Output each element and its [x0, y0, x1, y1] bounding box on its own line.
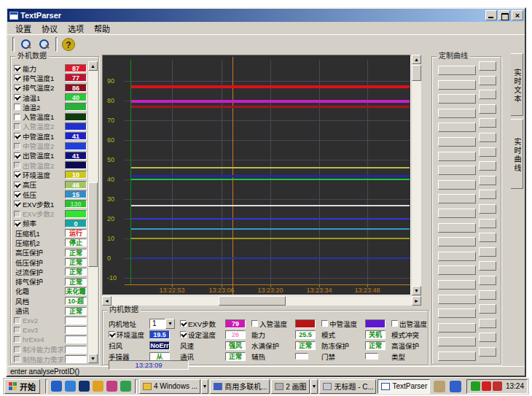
curve-select[interactable] — [438, 152, 476, 161]
curve-channel-select[interactable] — [479, 204, 496, 214]
task-button-2[interactable]: 商用多联机... — [210, 379, 270, 394]
curve-channel-select[interactable] — [479, 233, 496, 242]
checkbox[interactable] — [321, 320, 328, 327]
curve-select[interactable] — [438, 166, 476, 175]
close-button[interactable]: × — [512, 10, 523, 20]
curve-select[interactable] — [438, 123, 476, 132]
curve-select[interactable] — [438, 180, 476, 190]
curve-channel-select[interactable] — [479, 319, 496, 328]
zoom-out-button[interactable] — [35, 36, 52, 53]
scroll-up-icon[interactable]: ▲ — [412, 55, 421, 64]
scroll-up-icon[interactable]: ▲ — [88, 61, 98, 71]
curve-channel-select[interactable] — [479, 118, 496, 128]
maximize-button[interactable] — [498, 10, 510, 20]
task-group-chevron-icon[interactable]: ▼ — [201, 379, 209, 394]
scroll-down-icon[interactable]: ▼ — [88, 354, 98, 363]
curve-select[interactable] — [438, 109, 476, 118]
taskbar-icon-2[interactable] — [450, 381, 461, 392]
curve-select[interactable] — [438, 80, 476, 90]
quicklaunch-icon-5[interactable] — [106, 381, 117, 392]
chevron-down-icon[interactable]: ▼ — [165, 319, 175, 329]
checkbox[interactable] — [14, 327, 20, 333]
task-button-3[interactable]: 2 画图 — [271, 379, 309, 394]
scroll-right-icon[interactable]: ► — [412, 296, 421, 306]
tray-icon-1[interactable] — [471, 381, 480, 391]
curve-select[interactable] — [438, 209, 476, 218]
scrollbar-thumb[interactable] — [412, 65, 421, 81]
titlebar[interactable]: TextParser × — [7, 9, 525, 22]
checkbox[interactable] — [180, 331, 187, 338]
checkbox[interactable] — [14, 220, 20, 227]
curve-channel-select[interactable] — [479, 176, 496, 185]
curve-select[interactable] — [438, 252, 476, 261]
curve-channel-select[interactable] — [479, 333, 496, 342]
curve-channel-select[interactable] — [479, 161, 496, 171]
checkbox[interactable] — [251, 320, 258, 327]
curve-channel-select[interactable] — [479, 290, 496, 300]
menu-item-4[interactable]: 帮助 — [89, 22, 115, 35]
checkbox[interactable] — [14, 94, 20, 101]
curve-select[interactable] — [438, 137, 476, 147]
checkbox[interactable] — [14, 133, 20, 139]
tray-icon-3[interactable] — [493, 381, 502, 391]
task-group-chevron-icon[interactable]: ▼ — [310, 379, 318, 394]
checkbox[interactable] — [109, 331, 115, 338]
curve-select[interactable] — [438, 337, 476, 346]
curve-select[interactable] — [438, 308, 476, 318]
curve-channel-select[interactable] — [479, 219, 496, 228]
curve-select[interactable] — [438, 94, 476, 104]
curve-channel-select[interactable] — [479, 190, 496, 199]
curve-channel-select[interactable] — [479, 76, 496, 85]
curve-select[interactable] — [438, 280, 476, 290]
task-button-1[interactable]: 4 Windows ... — [139, 379, 200, 394]
minimize-button[interactable] — [485, 10, 497, 20]
outdoor-scrollbar[interactable]: ▲ ▼ — [88, 61, 98, 363]
curve-select[interactable] — [438, 352, 476, 361]
menu-item-2[interactable]: 协议 — [36, 22, 63, 35]
checkbox[interactable] — [14, 356, 20, 362]
curve-select[interactable] — [438, 194, 476, 203]
scrollbar-thumb[interactable] — [88, 182, 98, 267]
taskbar-icon-1[interactable] — [434, 381, 445, 392]
curve-channel-select[interactable] — [479, 61, 496, 71]
checkbox[interactable] — [14, 65, 20, 71]
curve-channel-select[interactable] — [479, 276, 496, 285]
checkbox[interactable] — [14, 74, 20, 81]
curve-channel-select[interactable] — [479, 90, 496, 99]
tray-icon-2[interactable] — [482, 381, 491, 391]
checkbox[interactable] — [14, 104, 20, 110]
scrollbar-thumb[interactable] — [219, 296, 286, 306]
checkbox[interactable] — [14, 162, 20, 168]
quicklaunch-icon-3[interactable] — [79, 381, 90, 392]
scroll-left-icon[interactable]: ◄ — [102, 296, 112, 306]
quicklaunch-icon-6[interactable] — [120, 381, 131, 392]
task-button-4[interactable]: 无标题 - C... — [319, 379, 376, 394]
task-button-5[interactable]: TextParser — [378, 379, 430, 394]
curve-channel-select[interactable] — [479, 304, 496, 314]
indoor-address-dropdown[interactable]: 1▼ — [149, 319, 175, 329]
curve-select[interactable] — [438, 223, 476, 233]
curve-channel-select[interactable] — [479, 347, 496, 357]
menu-item-1[interactable]: 设置 — [10, 22, 36, 35]
curve-select[interactable] — [438, 265, 476, 275]
checkbox[interactable] — [14, 143, 20, 150]
checkbox[interactable] — [14, 123, 20, 130]
quicklaunch-icon-2[interactable] — [65, 381, 76, 392]
checkbox[interactable] — [391, 320, 398, 327]
checkbox[interactable] — [14, 201, 20, 207]
checkbox[interactable] — [14, 182, 20, 188]
curve-channel-select[interactable] — [479, 104, 496, 114]
curve-select[interactable] — [438, 66, 476, 75]
menu-item-3[interactable]: 选项 — [63, 22, 89, 35]
curve-channel-select[interactable] — [479, 261, 496, 271]
checkbox[interactable] — [14, 171, 20, 178]
checkbox[interactable] — [14, 346, 20, 353]
side-tab-2[interactable]: 实时曲线 — [511, 119, 523, 189]
chart-hscrollbar[interactable]: ◄ ► — [102, 296, 421, 306]
checkbox[interactable] — [14, 191, 20, 198]
checkbox[interactable] — [14, 152, 20, 159]
chart-vscrollbar[interactable]: ▲ ▼ — [412, 55, 421, 295]
checkbox[interactable] — [14, 317, 20, 324]
curve-select[interactable] — [438, 323, 476, 333]
curve-select[interactable] — [438, 295, 476, 304]
